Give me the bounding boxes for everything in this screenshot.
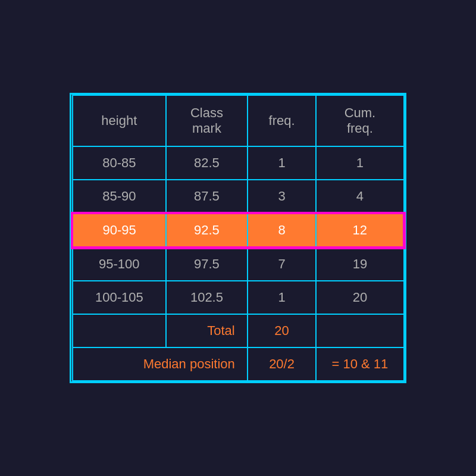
- cell-class-1: 82.5: [166, 146, 248, 180]
- cell-cum-5: 20: [316, 281, 403, 314]
- cell-class-2: 87.5: [166, 180, 248, 214]
- total-empty-1: [73, 314, 167, 347]
- cell-height-4: 95-100: [73, 248, 167, 281]
- total-empty-3: [316, 314, 403, 347]
- median-freq: 20/2: [248, 347, 317, 381]
- median-row: Median position 20/2 = 10 & 11: [73, 347, 404, 381]
- total-empty-2: Total: [166, 314, 248, 347]
- header-height: height: [73, 95, 167, 146]
- frequency-table: height Class mark freq. Cum. freq. 80-85…: [71, 95, 405, 381]
- cell-freq-3: 8: [248, 214, 317, 248]
- cell-cum-3: 12: [316, 214, 403, 248]
- cell-class-5: 102.5: [166, 281, 248, 314]
- cell-class-4: 97.5: [166, 248, 248, 281]
- median-result: = 10 & 11: [316, 347, 403, 381]
- cell-height-3: 90-95: [73, 214, 167, 248]
- cell-height-1: 80-85: [73, 146, 167, 180]
- header-freq: freq.: [248, 95, 317, 146]
- cell-freq-2: 3: [248, 180, 317, 214]
- header-class-mark: Class mark: [166, 95, 248, 146]
- table-row: 80-85 82.5 1 1: [73, 146, 404, 180]
- statistics-table-container: height Class mark freq. Cum. freq. 80-85…: [70, 93, 406, 383]
- header-cum-freq: Cum. freq.: [316, 95, 403, 146]
- cell-height-2: 85-90: [73, 180, 167, 214]
- cell-freq-1: 1: [248, 146, 317, 180]
- highlighted-table-row: 90-95 92.5 8 12: [73, 214, 404, 248]
- median-label: Median position: [73, 347, 248, 381]
- total-row: Total 20: [73, 314, 404, 347]
- cell-freq-5: 1: [248, 281, 317, 314]
- cell-class-3: 92.5: [166, 214, 248, 248]
- table-row: 100-105 102.5 1 20: [73, 281, 404, 314]
- cell-freq-4: 7: [248, 248, 317, 281]
- total-freq-value: 20: [248, 314, 317, 347]
- cell-height-5: 100-105: [73, 281, 167, 314]
- table-header-row: height Class mark freq. Cum. freq.: [73, 95, 404, 146]
- cell-cum-1: 1: [316, 146, 403, 180]
- cell-cum-2: 4: [316, 180, 403, 214]
- table-row: 85-90 87.5 3 4: [73, 180, 404, 214]
- table-row: 95-100 97.5 7 19: [73, 248, 404, 281]
- cell-cum-4: 19: [316, 248, 403, 281]
